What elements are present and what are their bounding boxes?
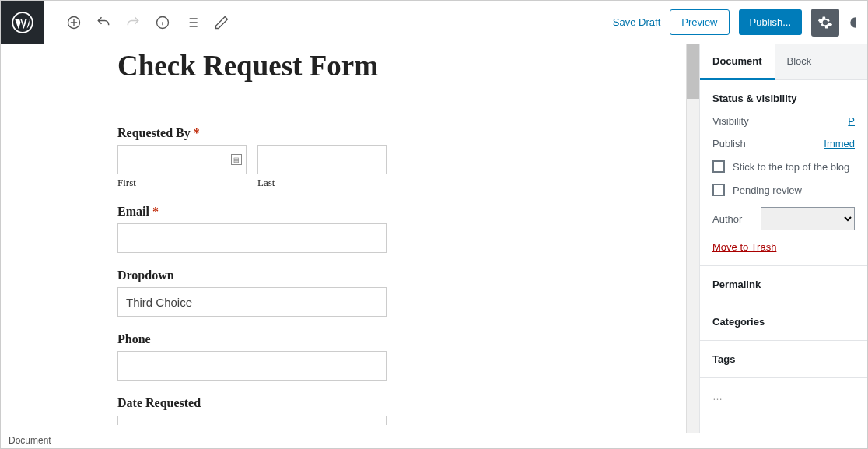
sidebar-tabs: Document Block — [700, 44, 867, 80]
status-bar: Document — [1, 433, 867, 448]
status-text: Document — [9, 435, 51, 446]
panel-tags[interactable]: Tags — [700, 341, 867, 378]
panel-title-status[interactable]: Status & visibility — [712, 93, 855, 104]
label-phone: Phone — [117, 332, 686, 346]
panel-more[interactable]: … — [700, 378, 867, 415]
stick-to-top-row[interactable]: Stick to the top of the blog — [712, 160, 855, 173]
visibility-value[interactable]: P — [848, 115, 855, 127]
edit-button[interactable] — [212, 12, 231, 33]
publish-label: Publish — [712, 138, 746, 149]
dropdown-select[interactable]: Third Choice — [117, 287, 387, 317]
preview-button[interactable]: Preview — [670, 9, 729, 35]
panel-permalink[interactable]: Permalink — [700, 266, 867, 303]
save-draft-link[interactable]: Save Draft — [613, 16, 660, 28]
settings-button[interactable] — [811, 9, 839, 37]
tab-document[interactable]: Document — [700, 44, 775, 80]
label-requested-by: Requested By * — [117, 126, 686, 140]
label-email: Email * — [117, 205, 686, 219]
field-date-requested: Date Requested — [117, 396, 686, 427]
info-button[interactable] — [153, 12, 172, 33]
tab-block[interactable]: Block — [775, 44, 824, 79]
editor-scrollbar[interactable] — [686, 44, 699, 433]
field-dropdown: Dropdown Third Choice — [117, 268, 686, 317]
pending-review-row[interactable]: Pending review — [712, 184, 855, 196]
editor-canvas[interactable]: Check Request Form Requested By * ▤ Firs… — [1, 44, 686, 433]
sublabel-last: Last — [257, 177, 387, 189]
contact-card-icon: ▤ — [231, 154, 242, 165]
checkbox-icon[interactable] — [712, 160, 725, 173]
redo-button[interactable] — [124, 12, 142, 33]
scrollbar-thumb[interactable] — [687, 44, 699, 99]
panel-status-visibility: Status & visibility Visibility P Publish… — [700, 80, 867, 266]
top-toolbar: Save Draft Preview Publish... — [1, 1, 867, 44]
first-name-input[interactable] — [117, 145, 247, 174]
field-email: Email * — [117, 205, 686, 253]
undo-button[interactable] — [94, 12, 113, 33]
author-select[interactable] — [761, 207, 855, 230]
panel-categories[interactable]: Categories — [700, 303, 867, 341]
more-menu-icon[interactable] — [849, 16, 863, 30]
field-requested-by: Requested By * ▤ First Last — [117, 126, 686, 189]
last-name-input[interactable] — [257, 145, 387, 174]
email-input[interactable] — [117, 223, 387, 253]
publish-button[interactable]: Publish... — [739, 9, 802, 35]
label-dropdown: Dropdown — [117, 268, 686, 282]
page-title[interactable]: Check Request Form — [117, 49, 686, 82]
add-block-button[interactable] — [65, 12, 83, 33]
stick-label: Stick to the top of the blog — [733, 161, 849, 173]
publish-value[interactable]: Immed — [824, 138, 855, 149]
pending-label: Pending review — [733, 184, 802, 196]
wordpress-logo[interactable] — [1, 1, 44, 44]
sublabel-first: First — [117, 177, 247, 189]
phone-input[interactable] — [117, 351, 387, 381]
label-date-requested: Date Requested — [117, 396, 686, 410]
settings-sidebar: Document Block Status & visibility Visib… — [699, 44, 867, 433]
author-label: Author — [712, 213, 742, 225]
visibility-label: Visibility — [712, 115, 749, 127]
field-phone: Phone — [117, 332, 686, 381]
date-requested-input[interactable] — [117, 416, 387, 425]
outline-button[interactable] — [183, 12, 201, 33]
checkbox-icon[interactable] — [712, 184, 725, 196]
move-to-trash-link[interactable]: Move to Trash — [712, 241, 776, 253]
